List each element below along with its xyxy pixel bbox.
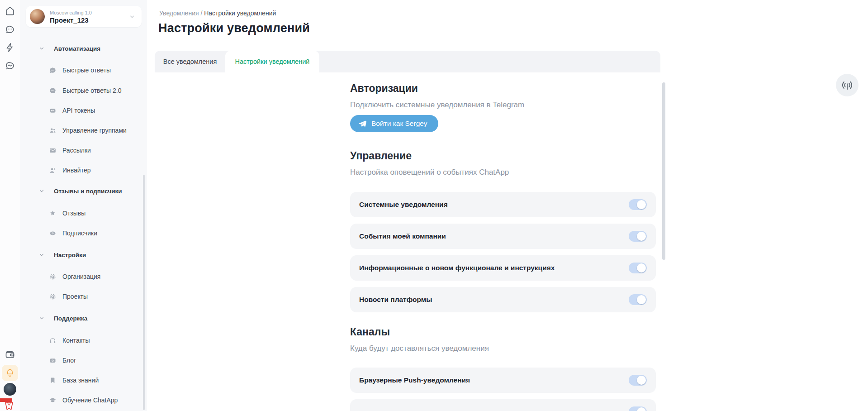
sidebar-item-api-tokens[interactable]: API токены: [20, 105, 147, 116]
sidebar-item-blog[interactable]: Блог: [20, 354, 147, 366]
sidebar-item-label: Быстрые ответы: [62, 67, 111, 74]
sidebar-item-group-management[interactable]: Управление группами: [20, 124, 147, 136]
sidebar-item-label: Подписчики: [62, 229, 97, 237]
toggle-switch[interactable]: [629, 375, 647, 386]
chatapp-logo-icon: [0, 397, 20, 411]
section-label: Настройки: [54, 252, 86, 258]
mail-icon: [49, 147, 57, 154]
toggle-switch[interactable]: [629, 294, 647, 305]
toggle-row-platform-news: Новости платформы: [350, 287, 656, 312]
sidebar-section-automation[interactable]: Автоматизация: [20, 43, 147, 54]
section-label: Отзывы и подписчики: [54, 188, 122, 195]
sidebar-section-support[interactable]: Поддержка: [20, 312, 147, 324]
chat-dots-2-icon: [49, 87, 57, 95]
toggle-row-company-events: События моей компании: [350, 224, 656, 249]
toggle-switch[interactable]: [629, 231, 647, 242]
content-scrollbar[interactable]: [662, 82, 665, 260]
toggle-knob: [637, 232, 646, 241]
sidebar-item-label: Быстрые ответы 2.0: [62, 87, 122, 94]
section-heading-authorizations: Авторизации: [350, 82, 418, 95]
automation-bolt-icon[interactable]: [5, 42, 15, 53]
telegram-plane-icon: [358, 119, 367, 128]
toggle-switch[interactable]: [629, 199, 647, 210]
toggle-row-system-notifications: Системные уведомления: [350, 192, 656, 217]
chat-dots-icon: [49, 67, 57, 74]
sidebar-item-inviter[interactable]: Инвайтер: [20, 164, 147, 176]
sidebar-item-reviews[interactable]: Отзывы: [20, 207, 147, 219]
sidebar-item-label: Рассылки: [62, 147, 91, 154]
sidebar-section-settings[interactable]: Настройки: [20, 249, 147, 261]
sidebar-item-broadcasts[interactable]: Рассылки: [20, 144, 147, 156]
messenger-icon[interactable]: [5, 60, 15, 71]
sidebar-item-label: Инвайтер: [62, 167, 91, 174]
headphones-icon: [49, 337, 57, 344]
toggle-switch[interactable]: [629, 406, 647, 411]
sidebar-item-label: API токены: [62, 107, 95, 114]
sidebar-item-quick-replies[interactable]: Быстрые ответы: [20, 64, 147, 76]
sidebar-item-quick-replies-2[interactable]: Быстрые ответы 2.0: [20, 85, 147, 96]
sidebar-item-label: Отзывы: [62, 210, 85, 217]
gear-icon: [49, 293, 57, 301]
sidebar-scrollbar[interactable]: [143, 175, 145, 410]
gear-icon: [49, 273, 57, 281]
toggle-knob: [637, 407, 646, 411]
chevron-down-icon: [38, 188, 45, 194]
sidebar-item-subscribers[interactable]: Подписчики: [20, 227, 147, 239]
user-avatar[interactable]: [4, 383, 16, 396]
groups-icon: [49, 127, 57, 134]
section-label: Автоматизация: [54, 45, 100, 52]
bell-icon: [5, 368, 15, 378]
toggle-label: Новости платформы: [359, 296, 432, 304]
telegram-login-button[interactable]: Войти как Sergey: [350, 115, 438, 132]
toggle-label: Системные уведомления: [359, 201, 448, 209]
main-content: Уведомления / Настройки уведомлений Наст…: [147, 0, 868, 411]
project-subtitle: Moscow calling 1.0: [50, 10, 92, 15]
key-token-icon: [49, 107, 57, 115]
sidebar-section-reviews-subscribers[interactable]: Отзывы и подписчики: [20, 185, 147, 197]
sidebar: Moscow calling 1.0 Проект_123 Автоматиза…: [20, 0, 147, 411]
toggle-switch[interactable]: [629, 263, 647, 273]
toggle-knob: [637, 263, 646, 272]
icon-rail: [0, 0, 20, 411]
breadcrumb-parent[interactable]: Уведомления: [159, 10, 199, 17]
toggle-row-browser-push: Браузерные Push-уведомления: [350, 368, 656, 393]
tab-label: Настройки уведомлений: [235, 58, 310, 65]
section-heading-management: Управление: [350, 150, 412, 162]
breadcrumb-separator: /: [199, 10, 204, 17]
sidebar-item-contacts[interactable]: Контакты: [20, 335, 147, 346]
camera-icon: [49, 357, 57, 364]
person-plus-icon: [49, 167, 57, 174]
broadcast-status-button[interactable]: [836, 74, 859, 96]
app-window: Moscow calling 1.0 Проект_123 Автоматиза…: [0, 0, 868, 411]
eye-icon: [49, 229, 57, 237]
sidebar-item-chatapp-training[interactable]: Обучение ChatApp: [20, 394, 147, 406]
sidebar-item-label: Контакты: [62, 337, 90, 344]
toggle-knob: [637, 376, 646, 385]
toggle-row-feature-info: Информационные о новом функционале и инс…: [350, 255, 656, 281]
chevron-down-icon: [38, 315, 45, 321]
chats-icon[interactable]: [5, 24, 15, 35]
project-selector[interactable]: Moscow calling 1.0 Проект_123: [26, 6, 142, 27]
tab-notification-settings[interactable]: Настройки уведомлений: [225, 51, 319, 72]
tab-all-notifications[interactable]: Все уведомления: [155, 51, 225, 72]
chevron-down-icon: [129, 14, 135, 20]
notifications-bell-button[interactable]: [2, 365, 18, 381]
section-heading-channels: Каналы: [350, 326, 390, 338]
sidebar-item-label: Блог: [62, 357, 76, 364]
home-icon[interactable]: [5, 5, 15, 16]
graduation-cap-icon: [49, 397, 57, 404]
tab-label: Все уведомления: [163, 58, 217, 65]
breadcrumb: Уведомления / Настройки уведомлений: [159, 10, 276, 17]
sidebar-item-knowledge-base[interactable]: База знаний: [20, 374, 147, 386]
sidebar-item-organization[interactable]: Организация: [20, 271, 147, 282]
wallet-icon[interactable]: [5, 349, 15, 360]
chevron-down-icon: [38, 252, 45, 258]
sidebar-item-label: База знаний: [62, 377, 99, 384]
sidebar-item-projects[interactable]: Проекты: [20, 291, 147, 302]
toggle-knob: [637, 295, 646, 304]
toggle-knob: [637, 200, 646, 209]
toggle-row-partial: [350, 399, 656, 411]
project-avatar: [30, 9, 45, 24]
section-description: Подключить системные уведомления в Teleg…: [350, 100, 524, 110]
toggle-label: Браузерные Push-уведомления: [359, 376, 470, 384]
